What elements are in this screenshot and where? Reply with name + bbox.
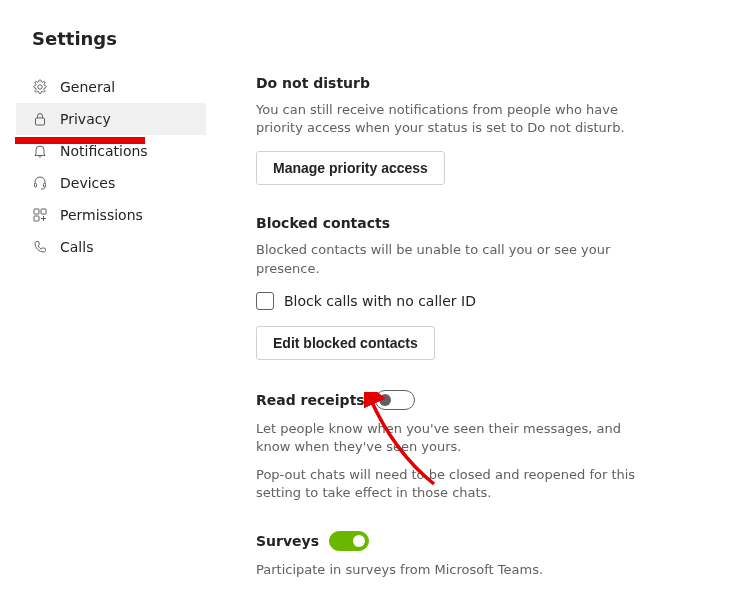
page-title: Settings <box>32 28 743 49</box>
sidebar-item-label: Permissions <box>60 207 143 223</box>
svg-rect-2 <box>35 184 37 188</box>
sidebar-item-label: Calls <box>60 239 93 255</box>
toggle-knob <box>353 535 365 547</box>
read-receipts-desc-1: Let people know when you've seen their m… <box>256 420 656 456</box>
blocked-title: Blocked contacts <box>256 215 656 231</box>
read-receipts-toggle[interactable] <box>375 390 415 410</box>
sidebar-item-label: Devices <box>60 175 115 191</box>
annotation-red-underline <box>15 137 145 144</box>
surveys-desc: Participate in surveys from Microsoft Te… <box>256 561 656 579</box>
bell-icon <box>32 143 48 159</box>
blocked-desc: Blocked contacts will be unable to call … <box>256 241 656 277</box>
sidebar-item-general[interactable]: General <box>16 71 206 103</box>
checkbox-label: Block calls with no caller ID <box>284 293 476 309</box>
manage-priority-access-button[interactable]: Manage priority access <box>256 151 445 185</box>
dnd-title: Do not disturb <box>256 75 656 91</box>
svg-rect-5 <box>41 209 46 214</box>
phone-icon <box>32 239 48 255</box>
gear-icon <box>32 79 48 95</box>
checkbox-box <box>256 292 274 310</box>
headset-icon <box>32 175 48 191</box>
sidebar-item-calls[interactable]: Calls <box>16 231 206 263</box>
block-no-caller-id-checkbox[interactable]: Block calls with no caller ID <box>256 292 656 310</box>
privacy-panel: Do not disturb You can still receive not… <box>206 71 656 593</box>
sidebar-item-devices[interactable]: Devices <box>16 167 206 199</box>
sidebar-item-label: General <box>60 79 115 95</box>
sidebar-item-label: Privacy <box>60 111 111 127</box>
read-receipts-title: Read receipts <box>256 392 365 408</box>
apps-icon <box>32 207 48 223</box>
read-receipts-desc-2: Pop-out chats will need to be closed and… <box>256 466 656 502</box>
svg-rect-1 <box>36 118 45 125</box>
svg-rect-3 <box>44 184 46 188</box>
lock-icon <box>32 111 48 127</box>
sidebar-item-label: Notifications <box>60 143 148 159</box>
svg-rect-4 <box>34 209 39 214</box>
toggle-knob <box>379 394 391 406</box>
surveys-title: Surveys <box>256 533 319 549</box>
dnd-desc: You can still receive notifications from… <box>256 101 656 137</box>
sidebar-item-permissions[interactable]: Permissions <box>16 199 206 231</box>
svg-rect-6 <box>34 216 39 221</box>
sidebar-item-privacy[interactable]: Privacy <box>16 103 206 135</box>
edit-blocked-contacts-button[interactable]: Edit blocked contacts <box>256 326 435 360</box>
surveys-toggle[interactable] <box>329 531 369 551</box>
svg-point-0 <box>38 85 42 89</box>
settings-sidebar: General Privacy Notifi <box>16 71 206 593</box>
